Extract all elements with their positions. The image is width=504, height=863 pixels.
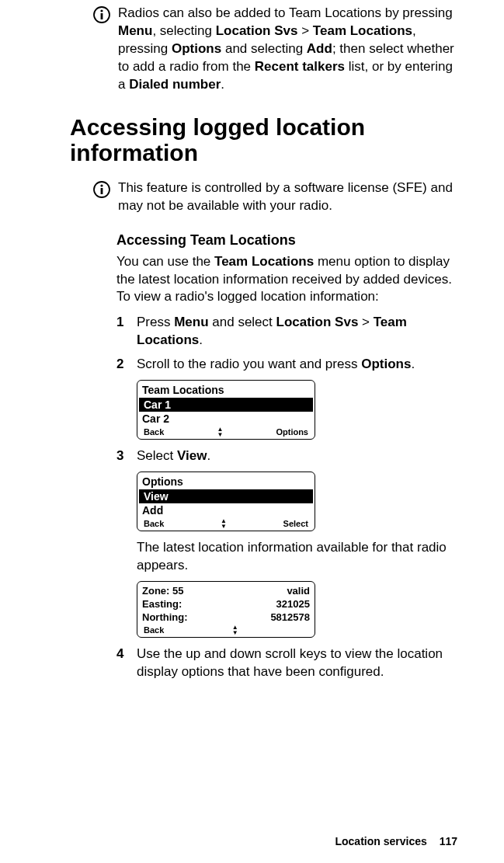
subsection-heading: Accessing Team Locations: [116, 232, 457, 249]
step-number: 4: [116, 646, 137, 681]
kv-row: Northing: 5812578: [137, 611, 315, 624]
t: Scroll to the radio you want and press: [137, 357, 361, 371]
t: >: [297, 23, 312, 38]
step-text: Press Menu and select Location Svs > Tea…: [137, 314, 457, 350]
t: 5812578: [270, 611, 310, 623]
t: Select: [137, 448, 177, 463]
t: Dialed number: [129, 77, 221, 92]
screen-location-info: Zone: 55 valid Easting: 321025 Northing:…: [137, 581, 315, 638]
t: Add: [307, 41, 332, 56]
t: Car 2: [142, 412, 169, 425]
step-4: 4 Use the up and down scroll keys to vie…: [116, 646, 457, 681]
t: Recent talkers: [255, 59, 345, 74]
scroll-arrows-icon: ▲▼: [232, 625, 238, 635]
t: Northing:: [142, 611, 187, 623]
t: Easting:: [142, 598, 182, 610]
t: Options: [361, 357, 411, 371]
t: You can use the: [116, 254, 214, 269]
step-3: 3 Select View.: [116, 447, 457, 465]
intro-paragraph: You can use the Team Locations menu opti…: [116, 253, 457, 307]
page-number: 117: [440, 835, 457, 847]
step-number: 1: [116, 314, 137, 350]
screen-title: Team Locations: [137, 383, 315, 398]
step-text: Select View.: [137, 447, 457, 465]
t: View: [177, 448, 207, 463]
list-item: Add: [137, 503, 315, 517]
list-item: Car 2: [137, 412, 315, 426]
info-icon: [93, 6, 110, 23]
step-number: 2: [116, 356, 137, 374]
softkey-left: Back: [144, 519, 164, 528]
softkey-left: Back: [144, 427, 164, 437]
info-note-1-text: Radios can also be added to Team Locatio…: [118, 5, 457, 94]
t: Options: [172, 41, 221, 56]
t: .: [221, 77, 224, 92]
info-icon: [93, 181, 110, 198]
t: .: [207, 448, 210, 463]
softkey-bar: Back ▲▼ Select: [137, 517, 315, 529]
section-heading: Accessing logged location information: [70, 114, 457, 165]
t: Team Locations: [313, 23, 412, 38]
t: .: [199, 332, 203, 347]
scroll-arrows-icon: ▲▼: [217, 426, 223, 437]
step-text: Scroll to the radio you want and press O…: [137, 356, 457, 374]
t: Menu: [174, 315, 208, 329]
t: Add: [142, 504, 163, 517]
step-text: Use the up and down scroll keys to view …: [137, 646, 457, 681]
t: Radios can also be added to Team Locatio…: [118, 5, 453, 20]
screen-options: Options View Add Back ▲▼ Select: [137, 472, 315, 531]
t: >: [358, 315, 373, 329]
svg-point-4: [100, 184, 103, 186]
info-after-step3: The latest location information availabl…: [137, 539, 457, 575]
softkey-bar: Back ▲▼ Options: [137, 426, 315, 437]
softkey-bar: Back ▲▼: [137, 624, 315, 635]
softkey-right: Select: [283, 519, 308, 528]
softkey-right: Options: [276, 427, 308, 437]
page-footer: Location services 117: [335, 835, 457, 847]
kv-row: Zone: 55 valid: [137, 584, 315, 597]
svg-rect-2: [101, 13, 103, 19]
t: valid: [287, 585, 310, 597]
info-note-2: This feature is controlled by a software…: [70, 179, 457, 215]
t: View: [144, 490, 169, 503]
t: and select: [209, 315, 276, 329]
scroll-arrows-icon: ▲▼: [221, 518, 227, 529]
kv-row: Easting: 321025: [137, 597, 315, 611]
footer-label: Location services: [335, 835, 426, 847]
step-1: 1 Press Menu and select Location Svs > T…: [116, 314, 457, 350]
list-item-selected: View: [139, 489, 313, 503]
softkey-right: [306, 625, 308, 635]
t: , selecting: [152, 23, 215, 38]
t: .: [411, 357, 415, 371]
step-2: 2 Scroll to the radio you want and press…: [116, 356, 457, 374]
t: Menu: [118, 23, 152, 38]
list-item-selected: Car 1: [139, 398, 313, 412]
svg-point-1: [100, 9, 103, 12]
t: Zone: 55: [142, 585, 183, 597]
t: Location Svs: [276, 315, 359, 329]
step-number: 3: [116, 447, 137, 465]
info-note-1: Radios can also be added to Team Locatio…: [70, 5, 457, 94]
svg-rect-5: [101, 188, 103, 194]
t: and selecting: [221, 41, 307, 56]
t: Press: [137, 315, 174, 329]
t: Location Svs: [216, 23, 298, 38]
t: Car 1: [144, 398, 171, 411]
t: Team Locations: [214, 254, 314, 269]
info-note-2-text: This feature is controlled by a software…: [118, 179, 457, 215]
softkey-left: Back: [144, 625, 164, 635]
t: 321025: [276, 598, 310, 610]
screen-team-locations: Team Locations Car 1 Car 2 Back ▲▼ Optio…: [137, 380, 315, 440]
screen-title: Options: [137, 475, 315, 489]
